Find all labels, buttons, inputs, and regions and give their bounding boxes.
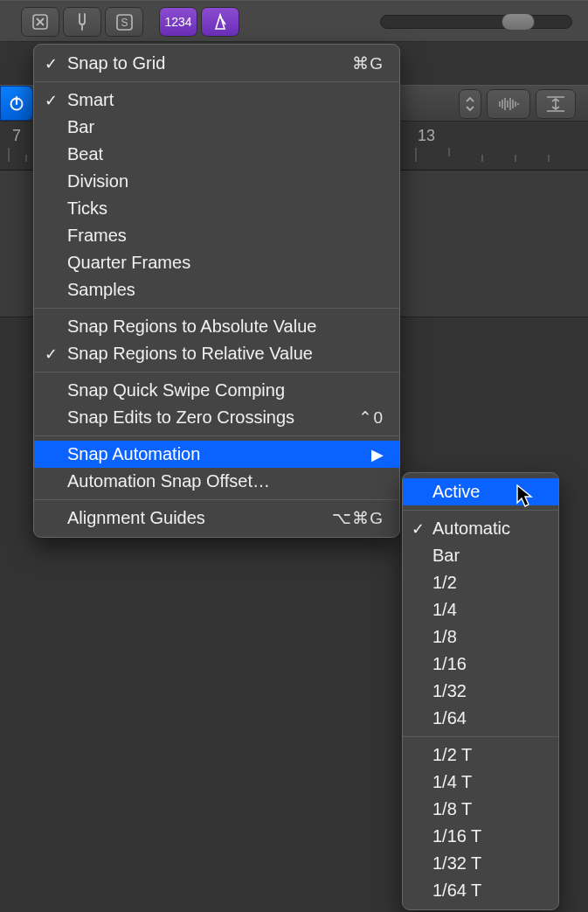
menu-item-label: 1/64 T xyxy=(432,881,546,901)
menu-item-label: 1/32 T xyxy=(432,853,546,874)
menu-item-label: 1/2 T xyxy=(432,745,546,765)
checkmark-icon: ✓ xyxy=(34,345,67,364)
submenu-1-8-t[interactable]: 1/8 T xyxy=(403,796,558,823)
menu-item-label: Snap Automation xyxy=(67,444,364,464)
menu-item-label: 1/16 T xyxy=(432,826,546,846)
toolbar: S 1234 xyxy=(0,0,588,42)
submenu-1-16[interactable]: 1/16 xyxy=(403,651,558,678)
menu-item-shortcut: ⌃0 xyxy=(358,407,384,428)
submenu-arrow-icon: ▶ xyxy=(364,445,384,464)
menu-item-label: Bar xyxy=(432,546,546,566)
menu-samples[interactable]: Samples xyxy=(34,276,399,303)
menu-automation-snap-offset[interactable]: Automation Snap Offset… xyxy=(34,468,399,495)
menu-separator xyxy=(34,81,399,82)
menu-item-label: Alignment Guides xyxy=(67,508,332,528)
tool-1234[interactable]: 1234 xyxy=(159,7,197,37)
menu-item-label: Automation Snap Offset… xyxy=(67,471,384,491)
menu-alignment-guides[interactable]: Alignment Guides ⌥⌘G xyxy=(34,505,399,532)
menu-item-label: 1/8 T xyxy=(432,799,546,819)
menu-item-shortcut: ⌘G xyxy=(352,53,384,73)
menu-item-label: Smart xyxy=(67,90,384,110)
svg-text:S: S xyxy=(121,17,128,29)
menu-ticks[interactable]: Ticks xyxy=(34,195,399,222)
submenu-automatic[interactable]: ✓ Automatic xyxy=(403,515,558,542)
menu-separator xyxy=(34,435,399,436)
menu-snap-automation[interactable]: Snap Automation ▶ xyxy=(34,441,399,468)
menu-item-label: Snap to Grid xyxy=(67,53,352,73)
menu-beat[interactable]: Beat xyxy=(34,141,399,168)
submenu-1-2-t[interactable]: 1/2 T xyxy=(403,741,558,769)
menu-item-label: Division xyxy=(67,171,384,191)
submenu-1-2[interactable]: 1/2 xyxy=(403,569,558,596)
vertical-fit-button[interactable] xyxy=(536,89,576,119)
submenu-1-64-t[interactable]: 1/64 T xyxy=(403,877,558,904)
menu-item-label: 1/32 xyxy=(432,681,546,701)
menu-snap-regions-absolute[interactable]: Snap Regions to Absolute Value xyxy=(34,313,399,340)
menu-item-label: Beat xyxy=(67,144,384,164)
menu-item-label: Bar xyxy=(67,117,384,137)
menu-smart[interactable]: ✓ Smart xyxy=(34,87,399,114)
menu-separator xyxy=(34,499,399,500)
submenu-active[interactable]: Active xyxy=(403,478,558,505)
submenu-1-64[interactable]: 1/64 xyxy=(403,705,558,732)
menu-quarter-frames[interactable]: Quarter Frames xyxy=(34,249,399,276)
submenu-1-4-t[interactable]: 1/4 T xyxy=(403,769,558,796)
s-box-icon: S xyxy=(116,14,133,31)
menu-item-label: 1/4 T xyxy=(432,772,546,792)
checkmark-icon: ✓ xyxy=(403,519,432,539)
menu-item-label: Ticks xyxy=(67,198,384,219)
menu-item-label: 1/2 xyxy=(432,573,546,593)
menu-snap-to-grid[interactable]: ✓ Snap to Grid ⌘G xyxy=(34,50,399,77)
power-icon xyxy=(8,94,25,112)
tool-metronome[interactable] xyxy=(201,7,239,37)
tool-tuning-fork[interactable] xyxy=(63,7,101,37)
waveform-button[interactable] xyxy=(487,89,530,119)
menu-zero-crossings[interactable]: Snap Edits to Zero Crossings ⌃0 xyxy=(34,404,399,431)
menu-separator xyxy=(403,736,558,737)
power-button[interactable] xyxy=(0,86,33,121)
menu-item-label: Quarter Frames xyxy=(67,253,384,273)
menu-item-label: Automatic xyxy=(432,519,546,539)
checkmark-icon: ✓ xyxy=(34,54,67,73)
menu-separator xyxy=(34,372,399,372)
menu-division[interactable]: Division xyxy=(34,168,399,195)
right-tool-group xyxy=(459,89,576,119)
menu-snap-regions-relative[interactable]: ✓ Snap Regions to Relative Value xyxy=(34,340,399,367)
zoom-slider-thumb[interactable] xyxy=(502,13,535,31)
close-box-icon xyxy=(32,14,48,30)
tool-1234-label: 1234 xyxy=(164,15,191,29)
metronome-icon xyxy=(212,13,228,31)
menu-quick-swipe-comping[interactable]: Snap Quick Swipe Comping xyxy=(34,377,399,404)
menu-item-label: 1/4 xyxy=(432,600,546,620)
ruler-mark: 13 xyxy=(418,127,435,145)
menu-item-label: Frames xyxy=(67,226,384,246)
submenu-1-8[interactable]: 1/8 xyxy=(403,623,558,651)
submenu-1-16-t[interactable]: 1/16 T xyxy=(403,823,558,850)
menu-bar[interactable]: Bar xyxy=(34,114,399,141)
submenu-1-32-t[interactable]: 1/32 T xyxy=(403,850,558,877)
menu-item-label: 1/16 xyxy=(432,654,546,674)
zoom-slider[interactable] xyxy=(380,15,572,29)
menu-item-label: 1/64 xyxy=(432,708,546,728)
tuning-fork-icon xyxy=(74,13,90,31)
waveform-icon xyxy=(495,96,522,112)
menu-item-label: Active xyxy=(432,482,546,502)
selector-updown[interactable] xyxy=(459,89,481,119)
submenu-bar[interactable]: Bar xyxy=(403,542,558,569)
menu-item-shortcut: ⌥⌘G xyxy=(332,508,384,528)
toolbar-tool-group: S 1234 xyxy=(21,7,239,37)
submenu-1-32[interactable]: 1/32 xyxy=(403,678,558,705)
menu-frames[interactable]: Frames xyxy=(34,222,399,249)
snap-automation-submenu: Active ✓ Automatic Bar 1/2 1/4 1/8 1/16 … xyxy=(402,472,559,910)
menu-item-label: Samples xyxy=(67,280,384,300)
tool-s-box[interactable]: S xyxy=(105,7,143,37)
menu-item-label: Snap Quick Swipe Comping xyxy=(67,380,384,400)
ruler-mark: 7 xyxy=(12,127,21,145)
submenu-1-4[interactable]: 1/4 xyxy=(403,596,558,623)
menu-item-label: 1/8 xyxy=(432,627,546,647)
tool-close[interactable] xyxy=(21,7,59,37)
chevron-updown-icon xyxy=(465,95,475,113)
menu-item-label: Snap Edits to Zero Crossings xyxy=(67,407,358,428)
checkmark-icon: ✓ xyxy=(34,91,67,110)
vertical-fit-icon xyxy=(545,95,566,113)
